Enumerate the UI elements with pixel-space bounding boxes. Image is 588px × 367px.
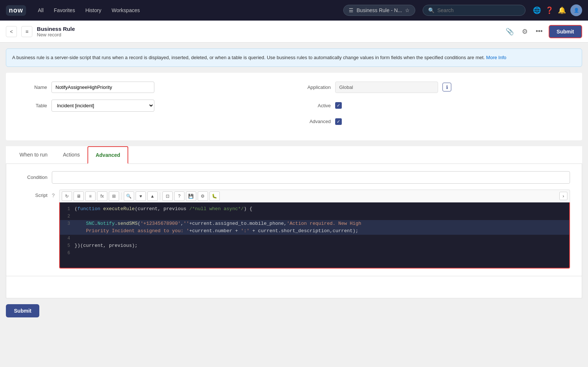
nav-links: All Favorites History Workspaces (33, 4, 336, 16)
more-info-link[interactable]: More Info (486, 55, 506, 60)
name-group: Name (18, 82, 287, 93)
application-label: Application (301, 84, 331, 90)
form-row-name: Name Application Global ℹ (18, 82, 570, 93)
top-navigation: now All Favorites History Workspaces ☰ B… (0, 0, 588, 21)
header-actions: 📎 ⚙ ••• Submit (503, 25, 582, 38)
star-icon[interactable]: ☆ (405, 7, 410, 13)
script-editor-wrapper: ↻ 🖥 ≡ fx ⊞ 🔍 ♥ ▲ ⊡ ? 💾 ⚙ 🐛 › 1 (59, 190, 570, 269)
table-label: Table (18, 103, 47, 108)
table-group: Table Incident [incident] (18, 100, 287, 112)
script-row: Script ? ↻ 🖥 ≡ fx ⊞ 🔍 ♥ ▲ ⊡ ? 💾 ⚙ 🐛 › (18, 190, 570, 269)
code-line-6: 6 (60, 249, 569, 257)
application-group: Application Global ℹ (301, 82, 570, 93)
settings-button[interactable]: ⚙ (520, 25, 530, 38)
toolbar-help[interactable]: ? (174, 191, 184, 201)
code-line-3: 3 SNC.Notify.sendSMS('+12345678900',''+c… (60, 220, 569, 227)
code-line-3b: Priority Incident assigned to you: '+cur… (60, 227, 569, 235)
toolbar-fx[interactable]: fx (97, 191, 107, 201)
info-text: A business rule is a server-side script … (12, 55, 485, 60)
logo[interactable]: now (6, 5, 26, 16)
sub-header: < ≡ Business Rule New record 📎 ⚙ ••• Sub… (0, 21, 588, 43)
page-subtitle: New record (37, 32, 499, 37)
page-title: Business Rule (37, 26, 499, 32)
center-title: Business Rule - N... (356, 7, 402, 13)
back-button[interactable]: < (6, 26, 17, 37)
toolbar-screen[interactable]: 🖥 (74, 191, 84, 201)
page-title-group: Business Rule New record (37, 26, 499, 37)
toolbar-save[interactable]: 💾 (186, 191, 196, 201)
advanced-label: Advanced (301, 119, 331, 124)
form-row-advanced: Advanced ✓ (18, 118, 570, 125)
form-area: Name Application Global ℹ Table Incident… (6, 73, 582, 140)
condition-input[interactable] (52, 171, 570, 184)
script-help-icon[interactable]: ? (52, 190, 55, 198)
script-label: Script (18, 190, 47, 198)
name-label: Name (18, 84, 47, 90)
attach-button[interactable]: 📎 (503, 25, 516, 38)
hamburger-icon: ☰ (349, 7, 354, 13)
help-icon[interactable]: ❓ (545, 6, 553, 14)
nav-icon-group: 🌐 ❓ 🔔 👤 (533, 4, 582, 16)
code-line-2: 2 (60, 213, 569, 220)
script-section: Condition Script ? ↻ 🖥 ≡ fx ⊞ 🔍 ♥ ▲ ⊡ ? … (6, 164, 582, 276)
condition-label: Condition (18, 174, 47, 180)
toolbar-expand-left[interactable]: ⊡ (162, 191, 173, 201)
tab-advanced[interactable]: Advanced (87, 146, 128, 164)
code-line-4: 4 (60, 235, 569, 242)
notification-icon[interactable]: 🔔 (558, 6, 566, 14)
logo-text: now (9, 7, 23, 14)
active-checkbox-wrapper: ✓ (335, 102, 342, 109)
condition-row: Condition (18, 171, 570, 184)
toolbar-up[interactable]: ▲ (147, 191, 158, 201)
advanced-group: Advanced ✓ (301, 118, 570, 125)
nav-all[interactable]: All (33, 4, 48, 16)
table-select[interactable]: Incident [incident] (51, 100, 154, 112)
active-group: Active ✓ (301, 102, 570, 109)
advanced-checkbox[interactable]: ✓ (335, 118, 342, 125)
code-line-5: 5 })(current, previous); (60, 242, 569, 249)
toolbar-debug[interactable]: 🐛 (209, 191, 220, 201)
info-banner: A business rule is a server-side script … (6, 48, 582, 67)
script-toolbar: ↻ 🖥 ≡ fx ⊞ 🔍 ♥ ▲ ⊡ ? 💾 ⚙ 🐛 › (59, 190, 570, 202)
tab-when-to-run[interactable]: When to run (12, 146, 55, 164)
toolbar-refresh[interactable]: ↻ (62, 191, 72, 201)
tabs-bar: When to run Actions Advanced (6, 146, 582, 164)
toolbar-grid[interactable]: ⊞ (109, 191, 119, 201)
breadcrumb-nav[interactable]: ☰ Business Rule - N... ☆ (343, 5, 415, 16)
toolbar-expand-button[interactable]: › (559, 192, 567, 200)
nav-favorites[interactable]: Favorites (50, 4, 80, 16)
avatar[interactable]: 👤 (570, 4, 582, 16)
submit-button-bottom[interactable]: Submit (6, 304, 39, 317)
nav-history[interactable]: History (81, 4, 106, 16)
tab-actions[interactable]: Actions (55, 146, 87, 164)
name-input[interactable] (51, 82, 154, 93)
nav-workspaces[interactable]: Workspaces (107, 4, 144, 16)
advanced-check-mark: ✓ (337, 119, 340, 124)
globe-icon[interactable]: 🌐 (533, 6, 541, 14)
application-value: Global (335, 82, 438, 93)
active-check-mark: ✓ (337, 103, 340, 108)
form-row-table: Table Incident [incident] Active ✓ (18, 100, 570, 112)
search-icon: 🔍 (428, 7, 434, 13)
toolbar-settings[interactable]: ⚙ (198, 191, 208, 201)
spacer-section (6, 276, 582, 298)
code-editor[interactable]: 1 (function executeRule(current, previou… (59, 202, 570, 269)
application-info-button[interactable]: ℹ (442, 83, 451, 91)
toolbar-heart[interactable]: ♥ (136, 191, 146, 201)
code-line-1: 1 (function executeRule(current, previou… (60, 205, 569, 213)
active-checkbox[interactable]: ✓ (335, 102, 342, 109)
advanced-checkbox-wrapper: ✓ (335, 118, 342, 125)
toolbar-lines[interactable]: ≡ (85, 191, 96, 201)
submit-button-header[interactable]: Submit (549, 25, 582, 38)
more-button[interactable]: ••• (534, 25, 545, 37)
search-input[interactable] (437, 7, 520, 13)
toolbar-separator-1 (121, 193, 122, 200)
tabs-container: When to run Actions Advanced (6, 146, 582, 164)
bottom-bar: Submit (0, 298, 588, 323)
menu-button[interactable]: ≡ (21, 26, 32, 37)
active-label: Active (301, 103, 331, 108)
toolbar-separator-2 (160, 193, 160, 200)
search-box[interactable]: 🔍 (423, 5, 526, 16)
toolbar-search[interactable]: 🔍 (124, 191, 134, 201)
